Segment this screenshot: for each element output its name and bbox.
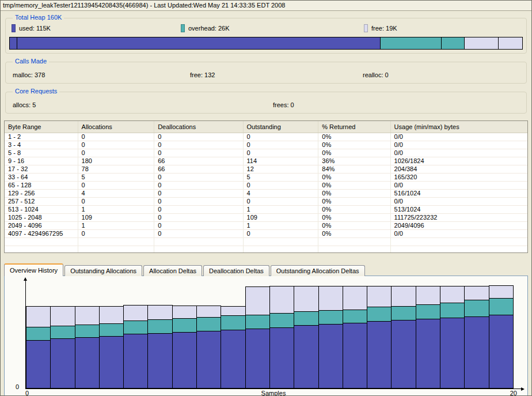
column-header[interactable]: % Returned (318, 121, 390, 133)
chart-bar (26, 306, 51, 389)
heap-segment-overhead (381, 37, 442, 49)
bar-segment-overhead (367, 307, 391, 321)
bar-segment-overhead (270, 313, 294, 327)
bar-segment-overhead (26, 327, 50, 340)
chart-bar (221, 306, 245, 389)
column-header[interactable]: Byte Range (5, 121, 78, 133)
bar-segment-free (75, 307, 99, 325)
bar-segment-free (465, 286, 488, 300)
tab-outstanding-allocations[interactable]: Outstanding Allocations (64, 265, 142, 276)
table-cell: 0 (154, 229, 243, 237)
chart-bar (147, 305, 172, 389)
bar-segment-overhead (124, 320, 147, 334)
table-cell: 2049/4096 (390, 221, 527, 229)
table-cell: 33 - 64 (5, 173, 78, 181)
tab-deallocation-deltas[interactable]: Deallocation Deltas (203, 265, 269, 276)
tab-outstanding-allocation-deltas[interactable]: Outstanding Allocation Deltas (271, 265, 365, 276)
bar-segment-free (367, 286, 391, 307)
bar-segment-free (221, 307, 245, 315)
table-empty-cell (318, 246, 390, 253)
legend-label: used: 115K (19, 25, 51, 32)
table-empty-cell (78, 237, 154, 246)
table-cell: 0% (318, 173, 390, 181)
chart-bar (367, 286, 392, 389)
table-empty-cell (5, 246, 78, 253)
tab-allocation-deltas[interactable]: Allocation Deltas (143, 265, 202, 276)
table-cell: 1026/1824 (390, 157, 527, 165)
chart-bar (172, 306, 197, 389)
table-cell: 0 (243, 141, 318, 149)
bar-segment-used (197, 331, 221, 388)
bar-segment-overhead (343, 310, 367, 323)
table-row[interactable]: 513 - 10241010%513/1024 (5, 205, 527, 213)
bar-segment-free (246, 287, 269, 315)
table-empty-cell (5, 237, 78, 246)
column-header[interactable]: Allocations (78, 121, 154, 133)
chart-bar (464, 286, 489, 389)
column-header[interactable]: Usage (min/max) bytes (390, 121, 527, 133)
table-empty-cell (243, 246, 318, 253)
core-requests-title: Core Requests (13, 88, 59, 95)
bar-segment-used (124, 334, 147, 388)
bar-segment-overhead (294, 311, 318, 325)
bar-segment-used (465, 316, 488, 388)
table-cell: 0/0 (390, 149, 527, 157)
table-cell: 0/0 (390, 181, 527, 189)
calls-made-title: Calls Made (13, 58, 49, 65)
bar-segment-used (392, 320, 415, 388)
table-cell: 66 (154, 165, 243, 173)
table-row[interactable]: 1025 - 204810901090%111725/223232 (5, 213, 527, 221)
table-row[interactable]: 17 - 3278661284%204/384 (5, 165, 527, 173)
column-header[interactable]: Outstanding (243, 121, 318, 133)
table-cell: 0% (318, 205, 390, 213)
bar-segment-free (270, 286, 294, 313)
bar-segment-free (197, 306, 221, 317)
core-requests-group: Core Requests allocs: 5frees: 0 (5, 92, 527, 114)
calls-made-value: free: 132 (190, 71, 215, 78)
table-cell: 5 (243, 173, 318, 181)
bar-segment-free (440, 286, 464, 303)
table-cell: 0 (154, 197, 243, 205)
table-row[interactable]: 5 - 80000%0/0 (5, 149, 527, 157)
table-cell: 1 (243, 205, 318, 213)
bar-segment-used (294, 325, 318, 388)
table-empty-cell (154, 246, 243, 253)
table-row[interactable]: 257 - 5120000%0/0 (5, 197, 527, 205)
bar-segment-overhead (221, 315, 245, 330)
chart-bar (269, 286, 294, 389)
tab-overview-history[interactable]: Overview History (4, 263, 63, 276)
table-row[interactable]: 33 - 645050%165/320 (5, 173, 527, 181)
table-cell: 0 (78, 149, 154, 157)
table-header-row: Byte RangeAllocationsDeallocationsOutsta… (5, 121, 527, 133)
table-cell: 114 (243, 157, 318, 165)
table-row[interactable]: 1 - 20000%0/0 (5, 133, 527, 141)
table-row[interactable]: 3 - 40000%0/0 (5, 141, 527, 149)
legend-item-free: free: 19K (364, 24, 397, 32)
byte-range-table-container: Byte RangeAllocationsDeallocationsOutsta… (4, 120, 528, 253)
bar-segment-overhead (173, 318, 196, 332)
table-cell: 0% (318, 133, 390, 141)
column-header[interactable]: Deallocations (154, 121, 243, 133)
table-row[interactable]: 2049 - 40961010%2049/4096 (5, 221, 527, 229)
chart-bar (440, 286, 465, 389)
chart-bar (50, 306, 75, 389)
table-row[interactable]: 9 - 161806611436%1026/1824 (5, 157, 527, 165)
table-row[interactable]: 129 - 2564040%516/1024 (5, 189, 527, 197)
bar-segment-used (51, 338, 74, 388)
bar-segment-used (246, 329, 269, 388)
table-cell: 0 (78, 133, 154, 141)
heap-segment-overhead (442, 37, 465, 49)
overhead-swatch-icon (181, 24, 185, 32)
table-cell: 180 (78, 157, 154, 165)
table-cell: 0% (318, 141, 390, 149)
bar-segment-overhead (197, 317, 221, 331)
table-row[interactable]: 4097 - 42949672950000%0/0 (5, 229, 527, 237)
chart-bar (294, 286, 318, 389)
bar-segment-used (221, 330, 245, 388)
table-cell: 0 (78, 197, 154, 205)
table-empty-cell (243, 237, 318, 246)
table-empty-cell (390, 246, 527, 253)
table-cell: 0/0 (390, 141, 527, 149)
table-cell: 66 (154, 157, 243, 165)
table-row[interactable]: 65 - 1280000%0/0 (5, 181, 527, 189)
